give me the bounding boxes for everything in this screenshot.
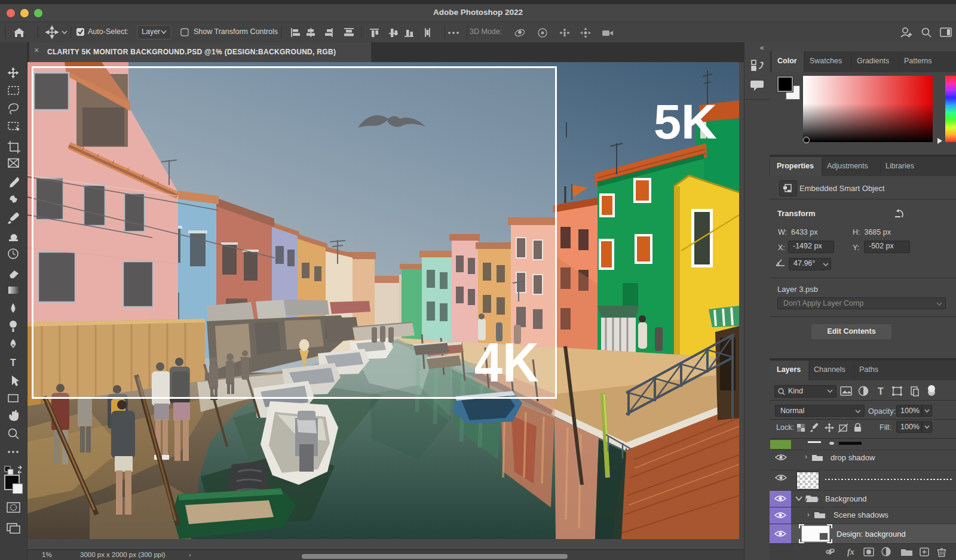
svg-text:fx: fx	[847, 547, 854, 556]
svg-text:T: T	[878, 386, 884, 396]
svg-text:5K: 5K	[654, 94, 717, 149]
svg-text:T: T	[10, 358, 16, 368]
svg-text:4K: 4K	[474, 332, 539, 393]
